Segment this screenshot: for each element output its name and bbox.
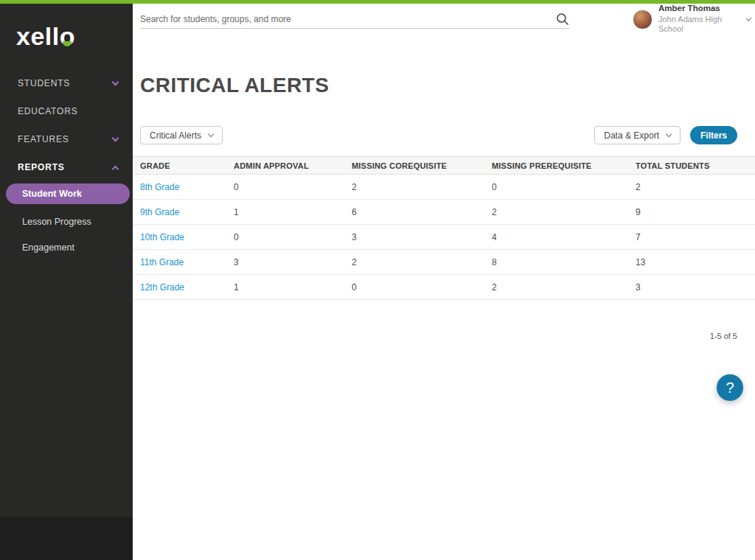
report-type-value: Critical Alerts	[150, 130, 201, 141]
grade-cell: 11th Grade	[140, 257, 234, 267]
xello-logo[interactable]: xello	[16, 22, 75, 51]
sidebar-footer	[0, 517, 133, 560]
logo-text: xell	[16, 22, 60, 50]
column-header: MISSING PREREQUISITE	[492, 161, 636, 170]
top-accent-bar	[0, 0, 755, 4]
sidebar-item-student-work[interactable]: Student Work	[6, 183, 130, 204]
total-students-cell: 3	[636, 282, 755, 293]
table-row: 11th Grade32813	[133, 250, 755, 275]
admin-approval-cell: 0	[234, 182, 352, 192]
missing-prerequisite-cell: 8	[492, 257, 636, 267]
search-bar	[140, 10, 569, 29]
total-students-cell: 2	[636, 182, 755, 192]
column-header: GRADE	[140, 161, 234, 170]
missing-prerequisite-cell: 2	[492, 282, 636, 293]
sidebar: xello STUDENTSEDUCATORSFEATURESREPORTS S…	[0, 0, 133, 560]
main-content: Amber Thomas John Adams High School CRIT…	[133, 4, 755, 560]
sidebar-report-links: Student WorkLesson ProgressEngagement	[0, 183, 133, 260]
table-row: 9th Grade1629	[133, 200, 755, 225]
missing-corequisite-cell: 2	[352, 257, 492, 267]
missing-corequisite-cell: 2	[352, 182, 492, 192]
pagination-label: 1-5 of 5	[710, 332, 737, 340]
total-students-cell: 9	[636, 207, 755, 217]
sidebar-item-features[interactable]: FEATURES	[0, 125, 133, 153]
chevron-down-icon	[112, 79, 119, 86]
sidebar-nav: STUDENTSEDUCATORSFEATURESREPORTS	[0, 69, 133, 181]
sidebar-item-label: EDUCATORS	[18, 106, 77, 116]
app-window: xello STUDENTSEDUCATORSFEATURESREPORTS S…	[0, 0, 755, 560]
total-students-cell: 13	[636, 257, 755, 267]
sidebar-item-lesson-progress[interactable]: Lesson Progress	[0, 209, 133, 234]
missing-prerequisite-cell: 4	[492, 232, 636, 242]
grade-cell: 10th Grade	[140, 232, 234, 242]
help-button[interactable]: ?	[717, 374, 743, 401]
table-row: 12th Grade1023	[133, 275, 755, 300]
grade-link[interactable]: 8th Grade	[140, 182, 179, 192]
sidebar-item-reports[interactable]: REPORTS	[0, 153, 133, 181]
sidebar-item-students[interactable]: STUDENTS	[0, 69, 133, 97]
column-header: MISSING COREQUISITE	[352, 161, 492, 170]
page-title: CRITICAL ALERTS	[140, 74, 329, 97]
grade-link[interactable]: 11th Grade	[140, 257, 184, 267]
data-export-label: Data & Export	[604, 130, 659, 141]
filters-button[interactable]: Filters	[690, 126, 737, 144]
chevron-down-icon	[745, 15, 751, 21]
grade-link[interactable]: 12th Grade	[140, 282, 184, 293]
sidebar-item-label: STUDENTS	[18, 78, 70, 88]
sidebar-item-label: FEATURES	[18, 134, 69, 144]
search-icon[interactable]	[556, 13, 569, 26]
grade-cell: 12th Grade	[140, 282, 234, 293]
chevron-up-icon	[112, 165, 119, 172]
table-row: 8th Grade0202	[133, 175, 755, 200]
grade-link[interactable]: 10th Grade	[140, 232, 184, 242]
sidebar-item-engagement[interactable]: Engagement	[0, 234, 133, 260]
user-school: John Adams High School	[658, 15, 740, 34]
sidebar-item-label: REPORTS	[18, 162, 65, 172]
missing-prerequisite-cell: 0	[492, 182, 636, 192]
table-header-row: GRADEADMIN APPROVALMISSING COREQUISITEMI…	[133, 156, 755, 175]
report-type-dropdown[interactable]: Critical Alerts	[140, 126, 223, 144]
missing-corequisite-cell: 0	[352, 282, 492, 293]
logo-o-accent: o	[60, 22, 75, 51]
user-menu[interactable]: Amber Thomas John Adams High School	[633, 7, 751, 32]
admin-approval-cell: 1	[234, 282, 352, 293]
grade-link[interactable]: 9th Grade	[140, 207, 179, 217]
critical-alerts-table: GRADEADMIN APPROVALMISSING COREQUISITEMI…	[133, 156, 755, 300]
sidebar-item-educators[interactable]: EDUCATORS	[0, 97, 133, 125]
column-header: ADMIN APPROVAL	[234, 161, 352, 170]
search-input[interactable]	[140, 14, 556, 24]
admin-approval-cell: 0	[234, 232, 352, 242]
admin-approval-cell: 1	[234, 207, 352, 217]
total-students-cell: 7	[636, 232, 755, 242]
column-header: TOTAL STUDENTS	[636, 161, 755, 170]
avatar	[633, 10, 653, 29]
admin-approval-cell: 3	[234, 257, 352, 267]
table-row: 10th Grade0347	[133, 225, 755, 250]
grade-cell: 9th Grade	[140, 207, 234, 217]
grade-cell: 8th Grade	[140, 182, 234, 192]
missing-corequisite-cell: 3	[352, 232, 492, 242]
chevron-down-icon	[112, 135, 119, 142]
chevron-down-icon	[666, 131, 672, 137]
user-name: Amber Thomas	[658, 4, 740, 14]
help-label: ?	[726, 379, 734, 396]
chevron-down-icon	[208, 131, 214, 137]
user-text: Amber Thomas John Adams High School	[658, 4, 740, 34]
missing-corequisite-cell: 6	[352, 207, 492, 217]
table-body: 8th Grade02029th Grade162910th Grade0347…	[133, 175, 755, 300]
data-export-dropdown[interactable]: Data & Export	[594, 126, 681, 144]
missing-prerequisite-cell: 2	[492, 207, 636, 217]
